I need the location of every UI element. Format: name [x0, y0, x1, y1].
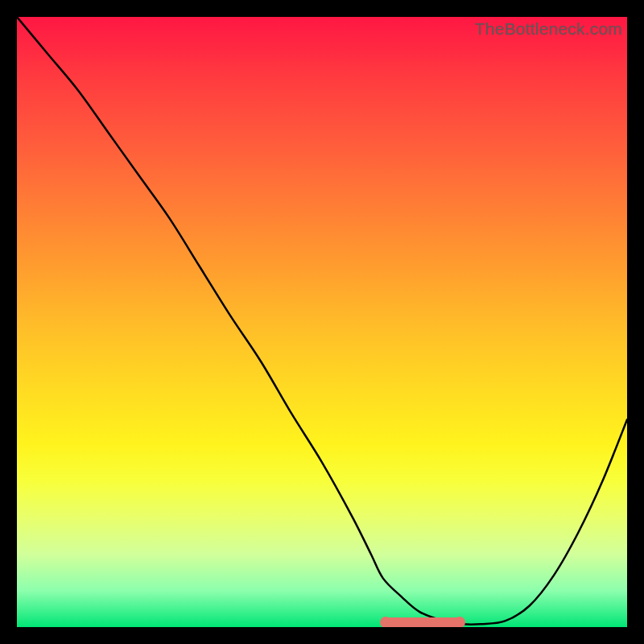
- curve-minimum-highlight: [383, 617, 463, 627]
- chart-frame: TheBottleneck.com: [0, 0, 644, 644]
- chart-plot-area: TheBottleneck.com: [17, 17, 627, 627]
- bottleneck-curve: [17, 17, 627, 627]
